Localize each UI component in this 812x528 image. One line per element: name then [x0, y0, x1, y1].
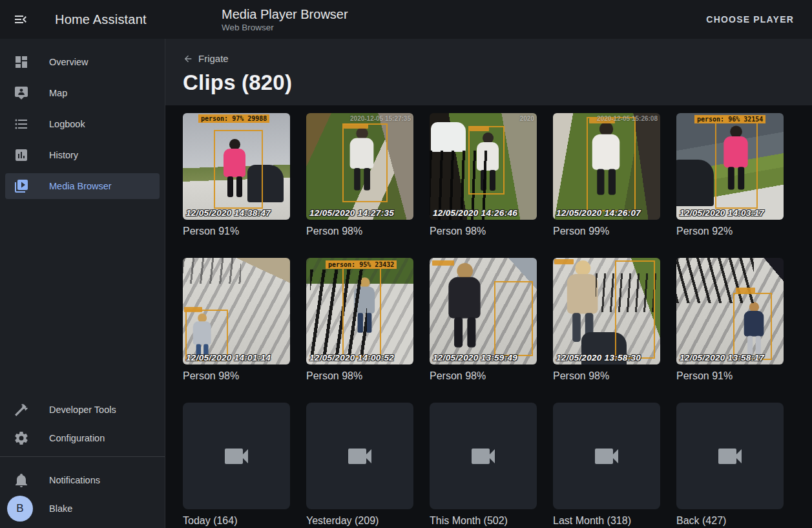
media-grid-area: person: 97% 29988 12/05/2020 14:38:47 Pe… — [165, 105, 812, 528]
clip-card[interactable]: 12/05/2020 13:58:17 Person 91% — [676, 258, 784, 382]
sidebar-item-label: Notifications — [49, 475, 100, 485]
detection-label: person: 95% 23432 — [326, 260, 397, 269]
folder-back[interactable]: Back (427) — [676, 403, 784, 527]
clip-card[interactable]: person: 97% 29988 12/05/2020 14:38:47 Pe… — [183, 113, 290, 237]
sidebar-item-profile[interactable]: B Blake — [5, 496, 160, 522]
video-icon — [591, 441, 622, 472]
clip-thumbnail[interactable]: 2020 12/05/2020 14:26:46 — [430, 113, 537, 220]
content-header: Frigate Clips (820) — [165, 39, 812, 105]
folder-caption: Yesterday (209) — [306, 515, 413, 527]
clip-card[interactable]: 2020-12-05 15:26:08 12/05/2020 14:26:07 … — [553, 113, 660, 237]
clip-caption: Person 91% — [183, 226, 290, 237]
sidebar-item-configuration[interactable]: Configuration — [5, 425, 160, 451]
detection-bbox — [214, 130, 263, 209]
clip-caption: Person 98% — [306, 226, 413, 237]
folder-last-month[interactable]: Last Month (318) — [553, 403, 660, 527]
clip-thumbnail[interactable]: 12/05/2020 13:58:17 — [676, 258, 784, 364]
video-icon — [344, 441, 375, 472]
clip-timestamp: 12/05/2020 13:58:17 — [680, 353, 764, 363]
folder-tile[interactable] — [676, 403, 784, 509]
clip-thumbnail[interactable]: person: 95% 23432 12/05/2020 14:00:52 — [306, 258, 413, 364]
folder-yesterday[interactable]: Yesterday (209) — [306, 403, 413, 527]
clip-card[interactable]: 12/05/2020 13:59:49 Person 98% — [430, 258, 537, 382]
play-box-multiple-icon — [14, 178, 29, 194]
folder-caption: Last Month (318) — [553, 515, 660, 527]
clip-caption: Person 98% — [430, 226, 537, 237]
detection-bbox — [468, 126, 505, 195]
clip-card[interactable]: 12/05/2020 14:01:14 Person 98% — [183, 258, 290, 382]
clip-timestamp: 12/05/2020 14:26:46 — [433, 208, 517, 218]
clip-timestamp: 12/05/2020 14:26:07 — [556, 208, 641, 218]
clip-timestamp: 12/05/2020 14:01:14 — [186, 353, 271, 363]
clip-caption: Person 98% — [430, 370, 537, 382]
sidebar-toggle-button[interactable] — [13, 12, 28, 27]
clip-card[interactable]: 12/05/2020 13:58:30 Person 98% — [553, 258, 660, 382]
clip-timestamp: 12/05/2020 14:38:47 — [186, 208, 271, 218]
media-grid: person: 97% 29988 12/05/2020 14:38:47 Pe… — [183, 113, 812, 528]
folder-tile[interactable] — [306, 403, 413, 509]
folder-caption: This Month (502) — [430, 515, 537, 527]
sidebar-item-label: Overview — [49, 57, 88, 67]
detection-mini-label — [554, 259, 574, 264]
sidebar-item-overview[interactable]: Overview — [5, 49, 160, 75]
clip-thumbnail[interactable]: person: 97% 29988 12/05/2020 14:38:47 — [183, 113, 290, 220]
bell-icon — [14, 472, 29, 488]
detection-bbox — [733, 293, 772, 360]
clip-thumbnail[interactable]: 12/05/2020 14:01:14 — [183, 258, 290, 364]
page-title: Clips (820) — [183, 70, 796, 95]
breadcrumb[interactable]: Frigate — [183, 53, 229, 64]
sidebar-item-notifications[interactable]: Notifications — [5, 467, 160, 493]
folder-today[interactable]: Today (164) — [183, 403, 290, 527]
detection-bbox — [587, 117, 636, 211]
detection-bbox — [342, 266, 381, 357]
detection-mini-label — [344, 123, 368, 129]
sidebar-item-map[interactable]: Map — [5, 80, 160, 106]
clip-thumbnail[interactable]: 12/05/2020 13:59:49 — [430, 258, 537, 364]
app-bar-left: Home Assistant — [0, 0, 165, 39]
choose-player-button[interactable]: CHOOSE PLAYER — [703, 9, 796, 30]
detection-bbox — [615, 260, 655, 359]
clip-thumbnail[interactable]: 12/05/2020 13:58:30 — [553, 258, 660, 364]
folder-tile[interactable] — [183, 403, 290, 509]
clip-card[interactable]: person: 95% 23432 12/05/2020 14:00:52 Pe… — [306, 258, 413, 382]
clip-thumbnail[interactable]: 2020-12-05 15:26:08 12/05/2020 14:26:07 — [553, 113, 660, 220]
sidebar-bottom-section: Developer Tools Configuration Notificati… — [0, 394, 165, 528]
dashboard-icon — [14, 54, 29, 70]
app-bar-main: Media Player Browser Web Browser CHOOSE … — [165, 0, 812, 39]
clip-caption: Person 92% — [676, 226, 784, 237]
sidebar-item-label: Media Browser — [49, 181, 112, 191]
clip-caption: Person 98% — [306, 370, 413, 382]
clip-card[interactable]: person: 96% 32154 12/05/2020 14:03:17 Pe… — [676, 113, 784, 237]
sidebar-item-history[interactable]: History — [5, 142, 160, 168]
detection-label: person: 96% 32154 — [694, 115, 765, 123]
clip-thumbnail[interactable]: person: 96% 32154 12/05/2020 14:03:17 — [676, 113, 784, 220]
video-icon — [468, 441, 499, 472]
sidebar-item-developer-tools[interactable]: Developer Tools — [5, 397, 160, 423]
detection-mini-label — [432, 260, 454, 266]
sidebar-item-logbook[interactable]: Logbook — [5, 111, 160, 137]
detection-mini-label — [470, 126, 489, 131]
clip-card[interactable]: 2020 12/05/2020 14:26:46 Person 98% — [430, 113, 537, 237]
clip-caption: Person 98% — [183, 370, 290, 382]
clip-thumbnail[interactable]: 2020-12-05 15:27:35 12/05/2020 14:27:35 — [306, 113, 413, 220]
video-icon — [714, 441, 745, 472]
detection-bbox — [715, 121, 758, 209]
railing-shape — [183, 258, 241, 284]
app-shell: Overview Map Logbook History Media Brows… — [0, 39, 812, 528]
folder-tile[interactable] — [553, 403, 660, 509]
sidebar-item-media-browser[interactable]: Media Browser — [5, 173, 160, 199]
breadcrumb-label: Frigate — [198, 53, 229, 64]
person-figure — [442, 263, 487, 348]
folder-this-month[interactable]: This Month (502) — [430, 403, 537, 527]
video-icon — [221, 441, 252, 472]
stroller-shape — [676, 160, 714, 206]
folder-tile[interactable] — [430, 403, 537, 509]
gear-icon — [14, 430, 29, 446]
detection-mini-label — [184, 307, 202, 312]
sidebar-item-label: Map — [49, 88, 67, 98]
menu-open-icon — [13, 12, 28, 27]
media-browser-content: Frigate Clips (820) person: 97% 29988 12… — [165, 39, 812, 528]
folder-caption: Back (427) — [676, 515, 784, 527]
profile-name: Blake — [49, 503, 72, 514]
clip-card[interactable]: 2020-12-05 15:27:35 12/05/2020 14:27:35 … — [306, 113, 413, 237]
